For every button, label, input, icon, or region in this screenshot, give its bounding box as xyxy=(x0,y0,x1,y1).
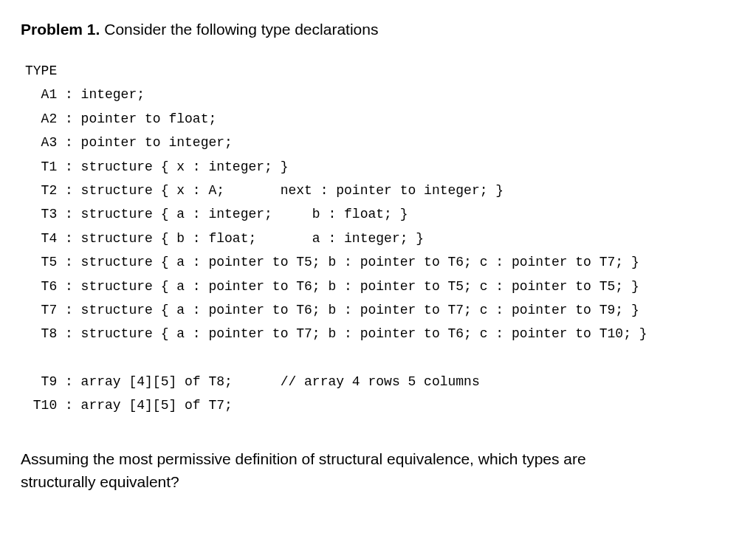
code-line: A1 : integer; xyxy=(25,87,145,102)
code-line: T7 : structure { a : pointer to T6; b : … xyxy=(25,303,639,317)
document-page: Problem 1. Consider the following type d… xyxy=(0,0,756,494)
code-line: T8 : structure { a : pointer to T7; b : … xyxy=(25,326,647,341)
problem-heading: Problem 1. Consider the following type d… xyxy=(21,21,735,38)
code-line: T10 : array [4][5] of T7; xyxy=(25,398,233,413)
question-line-1: Assuming the most permissive definition … xyxy=(21,450,586,467)
question-text: Assuming the most permissive definition … xyxy=(21,447,735,494)
code-line: T1 : structure { x : integer; } xyxy=(25,159,288,174)
problem-title-rest: Consider the following type declarations xyxy=(100,21,378,38)
type-declarations-code: TYPE A1 : integer; A2 : pointer to float… xyxy=(25,59,735,418)
problem-label: Problem 1. xyxy=(21,21,100,38)
code-line: A3 : pointer to integer; xyxy=(25,135,233,150)
code-line: T2 : structure { x : A; next : pointer t… xyxy=(25,183,504,198)
code-line: T4 : structure { b : float; a : integer;… xyxy=(25,231,424,246)
code-line: T3 : structure { a : integer; b : float;… xyxy=(25,207,408,221)
code-keyword: TYPE xyxy=(25,63,57,78)
code-line: A2 : pointer to float; xyxy=(25,111,216,126)
code-line: T9 : array [4][5] of T8; // array 4 rows… xyxy=(25,374,480,389)
question-line-2: structurally equivalent? xyxy=(21,473,179,490)
code-line: T5 : structure { a : pointer to T5; b : … xyxy=(25,255,639,269)
code-line: T6 : structure { a : pointer to T6; b : … xyxy=(25,279,639,294)
